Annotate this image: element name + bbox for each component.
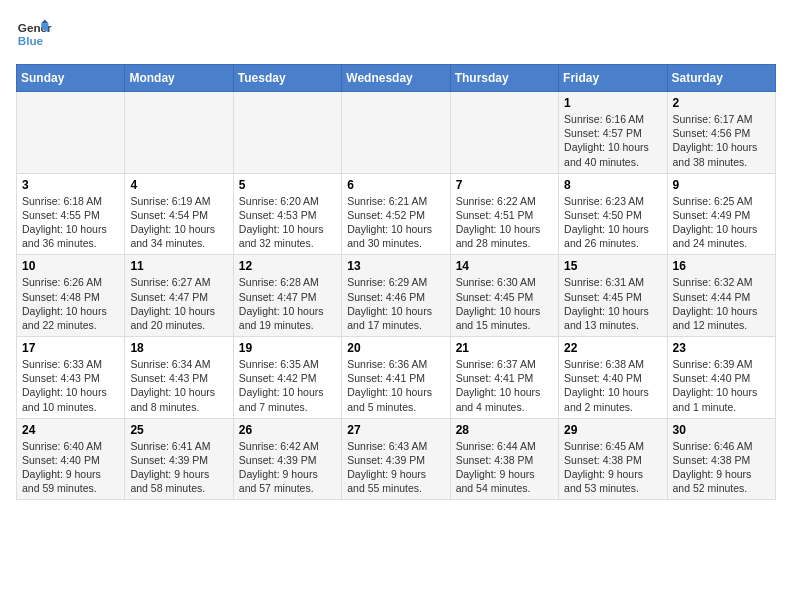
header: General Blue: [16, 16, 776, 52]
week-row-3: 10Sunrise: 6:26 AM Sunset: 4:48 PM Dayli…: [17, 255, 776, 337]
day-info: Sunrise: 6:38 AM Sunset: 4:40 PM Dayligh…: [564, 357, 661, 414]
day-info: Sunrise: 6:30 AM Sunset: 4:45 PM Dayligh…: [456, 275, 553, 332]
day-number: 14: [456, 259, 553, 273]
calendar-cell: 23Sunrise: 6:39 AM Sunset: 4:40 PM Dayli…: [667, 337, 775, 419]
calendar-cell: 22Sunrise: 6:38 AM Sunset: 4:40 PM Dayli…: [559, 337, 667, 419]
day-number: 15: [564, 259, 661, 273]
calendar-cell: 10Sunrise: 6:26 AM Sunset: 4:48 PM Dayli…: [17, 255, 125, 337]
day-number: 3: [22, 178, 119, 192]
day-number: 30: [673, 423, 770, 437]
header-monday: Monday: [125, 65, 233, 92]
calendar-cell: 20Sunrise: 6:36 AM Sunset: 4:41 PM Dayli…: [342, 337, 450, 419]
header-saturday: Saturday: [667, 65, 775, 92]
day-info: Sunrise: 6:25 AM Sunset: 4:49 PM Dayligh…: [673, 194, 770, 251]
day-number: 20: [347, 341, 444, 355]
calendar-cell: 17Sunrise: 6:33 AM Sunset: 4:43 PM Dayli…: [17, 337, 125, 419]
day-number: 19: [239, 341, 336, 355]
calendar-cell: 8Sunrise: 6:23 AM Sunset: 4:50 PM Daylig…: [559, 173, 667, 255]
day-number: 4: [130, 178, 227, 192]
day-number: 2: [673, 96, 770, 110]
day-info: Sunrise: 6:21 AM Sunset: 4:52 PM Dayligh…: [347, 194, 444, 251]
week-row-5: 24Sunrise: 6:40 AM Sunset: 4:40 PM Dayli…: [17, 418, 776, 500]
day-number: 29: [564, 423, 661, 437]
calendar-cell: [450, 92, 558, 174]
calendar-cell: [342, 92, 450, 174]
header-sunday: Sunday: [17, 65, 125, 92]
day-info: Sunrise: 6:17 AM Sunset: 4:56 PM Dayligh…: [673, 112, 770, 169]
day-number: 16: [673, 259, 770, 273]
svg-text:Blue: Blue: [18, 34, 44, 47]
day-number: 9: [673, 178, 770, 192]
day-info: Sunrise: 6:40 AM Sunset: 4:40 PM Dayligh…: [22, 439, 119, 496]
week-row-1: 1Sunrise: 6:16 AM Sunset: 4:57 PM Daylig…: [17, 92, 776, 174]
logo: General Blue: [16, 16, 52, 52]
calendar-cell: 14Sunrise: 6:30 AM Sunset: 4:45 PM Dayli…: [450, 255, 558, 337]
day-info: Sunrise: 6:19 AM Sunset: 4:54 PM Dayligh…: [130, 194, 227, 251]
day-number: 18: [130, 341, 227, 355]
calendar-cell: 18Sunrise: 6:34 AM Sunset: 4:43 PM Dayli…: [125, 337, 233, 419]
day-number: 24: [22, 423, 119, 437]
calendar-cell: 26Sunrise: 6:42 AM Sunset: 4:39 PM Dayli…: [233, 418, 341, 500]
header-wednesday: Wednesday: [342, 65, 450, 92]
header-friday: Friday: [559, 65, 667, 92]
day-number: 25: [130, 423, 227, 437]
header-thursday: Thursday: [450, 65, 558, 92]
calendar-cell: 12Sunrise: 6:28 AM Sunset: 4:47 PM Dayli…: [233, 255, 341, 337]
calendar-cell: 15Sunrise: 6:31 AM Sunset: 4:45 PM Dayli…: [559, 255, 667, 337]
week-row-4: 17Sunrise: 6:33 AM Sunset: 4:43 PM Dayli…: [17, 337, 776, 419]
day-info: Sunrise: 6:43 AM Sunset: 4:39 PM Dayligh…: [347, 439, 444, 496]
day-number: 22: [564, 341, 661, 355]
day-info: Sunrise: 6:39 AM Sunset: 4:40 PM Dayligh…: [673, 357, 770, 414]
day-info: Sunrise: 6:42 AM Sunset: 4:39 PM Dayligh…: [239, 439, 336, 496]
calendar-cell: 2Sunrise: 6:17 AM Sunset: 4:56 PM Daylig…: [667, 92, 775, 174]
calendar-cell: 28Sunrise: 6:44 AM Sunset: 4:38 PM Dayli…: [450, 418, 558, 500]
day-info: Sunrise: 6:37 AM Sunset: 4:41 PM Dayligh…: [456, 357, 553, 414]
calendar-cell: 6Sunrise: 6:21 AM Sunset: 4:52 PM Daylig…: [342, 173, 450, 255]
day-info: Sunrise: 6:28 AM Sunset: 4:47 PM Dayligh…: [239, 275, 336, 332]
calendar-cell: 7Sunrise: 6:22 AM Sunset: 4:51 PM Daylig…: [450, 173, 558, 255]
calendar-cell: 16Sunrise: 6:32 AM Sunset: 4:44 PM Dayli…: [667, 255, 775, 337]
day-number: 1: [564, 96, 661, 110]
calendar-cell: 5Sunrise: 6:20 AM Sunset: 4:53 PM Daylig…: [233, 173, 341, 255]
logo-icon: General Blue: [16, 16, 52, 52]
day-info: Sunrise: 6:35 AM Sunset: 4:42 PM Dayligh…: [239, 357, 336, 414]
calendar-cell: 19Sunrise: 6:35 AM Sunset: 4:42 PM Dayli…: [233, 337, 341, 419]
day-info: Sunrise: 6:45 AM Sunset: 4:38 PM Dayligh…: [564, 439, 661, 496]
calendar-cell: 25Sunrise: 6:41 AM Sunset: 4:39 PM Dayli…: [125, 418, 233, 500]
calendar-header-row: SundayMondayTuesdayWednesdayThursdayFrid…: [17, 65, 776, 92]
header-tuesday: Tuesday: [233, 65, 341, 92]
calendar-cell: [17, 92, 125, 174]
calendar-cell: 30Sunrise: 6:46 AM Sunset: 4:38 PM Dayli…: [667, 418, 775, 500]
day-info: Sunrise: 6:26 AM Sunset: 4:48 PM Dayligh…: [22, 275, 119, 332]
calendar-cell: 1Sunrise: 6:16 AM Sunset: 4:57 PM Daylig…: [559, 92, 667, 174]
calendar-cell: 9Sunrise: 6:25 AM Sunset: 4:49 PM Daylig…: [667, 173, 775, 255]
day-number: 8: [564, 178, 661, 192]
day-info: Sunrise: 6:32 AM Sunset: 4:44 PM Dayligh…: [673, 275, 770, 332]
calendar-cell: 21Sunrise: 6:37 AM Sunset: 4:41 PM Dayli…: [450, 337, 558, 419]
day-number: 11: [130, 259, 227, 273]
calendar-cell: 11Sunrise: 6:27 AM Sunset: 4:47 PM Dayli…: [125, 255, 233, 337]
day-info: Sunrise: 6:33 AM Sunset: 4:43 PM Dayligh…: [22, 357, 119, 414]
calendar-cell: 3Sunrise: 6:18 AM Sunset: 4:55 PM Daylig…: [17, 173, 125, 255]
week-row-2: 3Sunrise: 6:18 AM Sunset: 4:55 PM Daylig…: [17, 173, 776, 255]
day-info: Sunrise: 6:34 AM Sunset: 4:43 PM Dayligh…: [130, 357, 227, 414]
day-number: 12: [239, 259, 336, 273]
day-info: Sunrise: 6:23 AM Sunset: 4:50 PM Dayligh…: [564, 194, 661, 251]
day-info: Sunrise: 6:44 AM Sunset: 4:38 PM Dayligh…: [456, 439, 553, 496]
day-number: 6: [347, 178, 444, 192]
day-info: Sunrise: 6:20 AM Sunset: 4:53 PM Dayligh…: [239, 194, 336, 251]
day-info: Sunrise: 6:22 AM Sunset: 4:51 PM Dayligh…: [456, 194, 553, 251]
day-number: 17: [22, 341, 119, 355]
day-info: Sunrise: 6:16 AM Sunset: 4:57 PM Dayligh…: [564, 112, 661, 169]
day-number: 28: [456, 423, 553, 437]
day-info: Sunrise: 6:29 AM Sunset: 4:46 PM Dayligh…: [347, 275, 444, 332]
calendar-cell: 24Sunrise: 6:40 AM Sunset: 4:40 PM Dayli…: [17, 418, 125, 500]
day-info: Sunrise: 6:18 AM Sunset: 4:55 PM Dayligh…: [22, 194, 119, 251]
calendar-cell: 4Sunrise: 6:19 AM Sunset: 4:54 PM Daylig…: [125, 173, 233, 255]
day-number: 23: [673, 341, 770, 355]
day-number: 10: [22, 259, 119, 273]
calendar-cell: [233, 92, 341, 174]
calendar-cell: 29Sunrise: 6:45 AM Sunset: 4:38 PM Dayli…: [559, 418, 667, 500]
calendar-cell: 13Sunrise: 6:29 AM Sunset: 4:46 PM Dayli…: [342, 255, 450, 337]
day-info: Sunrise: 6:46 AM Sunset: 4:38 PM Dayligh…: [673, 439, 770, 496]
